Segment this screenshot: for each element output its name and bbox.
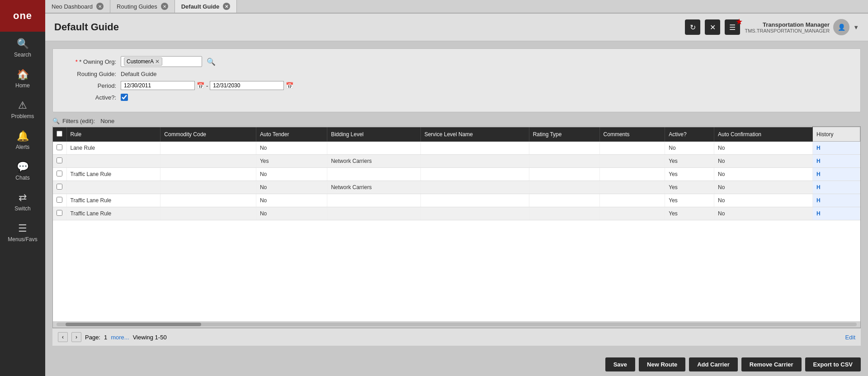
chat-icon: 💬 (17, 161, 29, 173)
cell-history[interactable]: H (813, 194, 860, 207)
row-checkbox-cell (53, 154, 66, 167)
export-csv-button[interactable]: Export to CSV (805, 357, 861, 371)
viewing-label: Viewing 1-50 (133, 334, 167, 341)
edit-link[interactable]: Edit (845, 334, 855, 341)
cell-comments (599, 154, 665, 167)
cell-bidding-level (327, 194, 420, 207)
close-button[interactable]: ✕ (705, 19, 720, 35)
cell-active: No (665, 142, 714, 155)
sidebar-label-search: Search (14, 52, 31, 58)
col-header-commodity-code: Commodity Code (160, 127, 256, 142)
tab-routing-guides[interactable]: Routing Guides ✕ (110, 0, 175, 13)
table-row: Traffic Lane Rule No Yes No H (53, 207, 860, 220)
cell-auto-tender: No (256, 167, 327, 181)
tab-label-default-guide: Default Guide (181, 3, 220, 10)
row-checkbox[interactable] (57, 171, 62, 176)
table-section: 🔍 Filters (edit): None Rule (52, 118, 861, 346)
tab-close-default-guide[interactable]: ✕ (223, 3, 230, 10)
sidebar-item-problems[interactable]: ⚠ Problems (0, 93, 45, 124)
owning-org-tag-remove[interactable]: ✕ (155, 58, 160, 65)
prev-page-button[interactable]: ‹ (58, 332, 68, 342)
cell-history[interactable]: H (813, 181, 860, 194)
cell-auto-confirmation: No (714, 142, 813, 155)
start-calendar-icon[interactable]: 📅 (197, 82, 204, 89)
content-header: Default Guide ↻ ✕ ☰ ★ Transportation Man… (45, 14, 868, 41)
tab-neo-dashboard[interactable]: Neo Dashboard ✕ (45, 0, 110, 13)
more-label[interactable]: more... (111, 334, 129, 341)
add-carrier-button[interactable]: Add Carrier (689, 357, 738, 371)
filters-label: Filters (edit): (62, 118, 95, 124)
row-checkbox[interactable] (57, 184, 62, 190)
tab-default-guide[interactable]: Default Guide ✕ (175, 0, 237, 13)
row-checkbox[interactable] (57, 210, 62, 216)
sidebar-label-alerts: Alerts (16, 144, 30, 150)
page-title: Default Guide (54, 21, 119, 33)
favorite-area: ☰ ★ (725, 19, 740, 35)
col-header-comments: Comments (599, 127, 665, 142)
cell-comments (599, 207, 665, 220)
next-page-button[interactable]: › (71, 332, 81, 342)
save-button[interactable]: Save (605, 357, 635, 371)
history-link[interactable]: H (816, 184, 821, 190)
favorite-star-icon: ★ (736, 17, 743, 27)
refresh-button[interactable]: ↻ (685, 19, 700, 35)
row-checkbox[interactable] (57, 157, 62, 163)
sidebar-item-menus[interactable]: ☰ Menus/Favs (0, 216, 45, 247)
sidebar-item-home[interactable]: 🏠 Home (0, 62, 45, 93)
tab-label-routing-guides: Routing Guides (117, 3, 157, 10)
table-header-row: Rule Commodity Code Auto Tender Bidding … (53, 127, 860, 142)
col-header-auto-confirmation: Auto Confirmation (714, 127, 813, 142)
row-checkbox[interactable] (57, 144, 62, 150)
cell-service-level (420, 142, 529, 155)
sidebar-item-switch[interactable]: ⇄ Switch (0, 186, 45, 216)
cell-history[interactable]: H (813, 167, 860, 181)
end-calendar-icon[interactable]: 📅 (286, 82, 293, 89)
col-header-bidding-level: Bidding Level (327, 127, 420, 142)
sidebar-item-chats[interactable]: 💬 Chats (0, 155, 45, 186)
period-end-input[interactable] (210, 81, 284, 90)
active-checkbox[interactable] (121, 94, 128, 101)
sidebar: one 🔍 Search 🏠 Home ⚠ Problems 🔔 Alerts … (0, 0, 45, 376)
table-wrapper[interactable]: Rule Commodity Code Auto Tender Bidding … (53, 127, 860, 321)
tab-close-routing-guides[interactable]: ✕ (161, 3, 168, 10)
table-row: Traffic Lane Rule No Yes No H (53, 194, 860, 207)
cell-history[interactable]: H (813, 154, 860, 167)
search-icon: 🔍 (17, 38, 29, 50)
row-checkbox[interactable] (57, 197, 62, 203)
col-header-checkbox (53, 127, 66, 142)
sidebar-item-search[interactable]: 🔍 Search (0, 32, 45, 62)
user-info: Transportation Manager TMS.TRANSPORTATIO… (745, 19, 859, 35)
history-link[interactable]: H (816, 158, 821, 164)
cell-auto-confirmation: No (714, 181, 813, 194)
user-role: TMS.TRANSPORTATION_MANAGER (745, 28, 830, 33)
cell-rating-type (529, 194, 599, 207)
new-route-button[interactable]: New Route (639, 357, 685, 371)
owning-org-input[interactable]: CustomerA ✕ (121, 56, 202, 67)
user-dropdown-icon[interactable]: ▼ (853, 24, 859, 31)
period-row: Period: 📅 - 📅 (62, 81, 851, 90)
cell-history[interactable]: H (813, 207, 860, 220)
filter-search-icon: 🔍 (52, 118, 60, 124)
cell-active: Yes (665, 167, 714, 181)
cell-rule: Traffic Lane Rule (66, 167, 160, 181)
home-icon: 🏠 (17, 69, 29, 81)
cell-comments (599, 194, 665, 207)
tab-close-neo-dashboard[interactable]: ✕ (96, 3, 104, 10)
history-link[interactable]: H (816, 210, 821, 217)
sidebar-item-alerts[interactable]: 🔔 Alerts (0, 124, 45, 155)
remove-carrier-button[interactable]: Remove Carrier (741, 357, 802, 371)
horizontal-scrollbar[interactable] (53, 321, 860, 328)
history-link[interactable]: H (816, 197, 821, 204)
cell-auto-confirmation: No (714, 207, 813, 220)
history-link[interactable]: H (816, 145, 821, 151)
cell-history[interactable]: H (813, 142, 860, 155)
history-link[interactable]: H (816, 171, 821, 177)
select-all-checkbox[interactable] (57, 131, 62, 137)
scrollbar-thumb[interactable] (66, 323, 201, 326)
active-row: Active?: (62, 94, 851, 101)
filters-value: None (100, 118, 114, 124)
period-start-input[interactable] (121, 81, 195, 90)
app-logo[interactable]: one (0, 0, 45, 32)
table-row: Lane Rule No No No H (53, 142, 860, 155)
owning-org-search-button[interactable]: 🔍 (207, 57, 216, 66)
